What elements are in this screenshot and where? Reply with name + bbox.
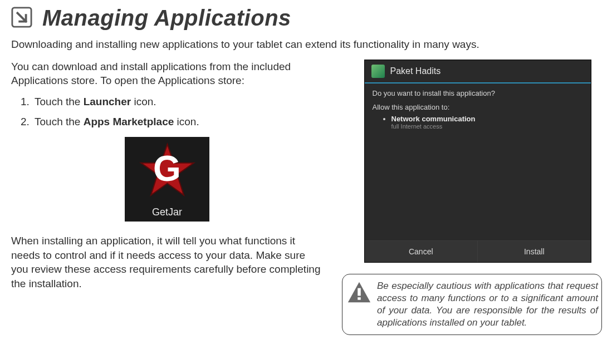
step-1: Touch the Launcher icon. (32, 96, 323, 108)
caution-callout: Be especially cautious with applications… (342, 274, 602, 335)
step-2-bold: Apps Marketplace (84, 116, 174, 127)
step-1-bold: Launcher (84, 96, 131, 107)
getjar-figure: G GetJar (11, 137, 323, 222)
permission-item: Network communication full Internet acce… (391, 115, 583, 130)
intro-paragraph: Downloading and installing new applicati… (11, 37, 596, 52)
caution-text: Be especially cautious with applications… (377, 280, 599, 329)
permission-subtitle: full Internet access (391, 123, 583, 130)
getjar-letter: G (153, 148, 181, 189)
permission-list: Network communication full Internet acce… (373, 115, 583, 130)
app-icon (371, 65, 385, 78)
step-1-prefix: Touch the (35, 96, 84, 107)
dialog-button-row: Cancel Install (365, 240, 591, 262)
page-title: Managing Applications (42, 6, 291, 31)
svg-rect-4 (358, 297, 361, 300)
two-column-layout: You can download and install application… (11, 60, 596, 335)
warning-icon (347, 280, 371, 307)
getjar-star-icon: G (138, 142, 197, 201)
access-requirements-paragraph: When installing an application, it will … (11, 234, 323, 291)
step-2: Touch the Apps Marketplace icon. (32, 116, 323, 128)
install-button[interactable]: Install (477, 241, 591, 262)
dialog-header: Paket Hadits (365, 60, 591, 83)
cancel-button[interactable]: Cancel (365, 241, 478, 262)
step-2-prefix: Touch the (35, 116, 84, 127)
down-right-arrow-icon (11, 7, 32, 30)
getjar-label: GetJar (152, 206, 182, 218)
dialog-body: Do you want to install this application?… (365, 83, 591, 240)
dialog-allow-label: Allow this application to: (373, 103, 583, 111)
step-1-suffix: icon. (131, 96, 156, 107)
install-dialog: Paket Hadits Do you want to install this… (364, 60, 591, 263)
svg-rect-3 (358, 288, 361, 296)
permission-title: Network communication (391, 115, 583, 123)
getjar-icon: G GetJar (125, 137, 209, 222)
page-heading: Managing Applications (11, 6, 596, 31)
right-column: Paket Hadits Do you want to install this… (342, 60, 602, 335)
open-store-paragraph: You can download and install application… (11, 60, 323, 88)
left-column: You can download and install application… (11, 60, 323, 335)
dialog-question: Do you want to install this application? (373, 89, 583, 97)
dialog-app-title: Paket Hadits (390, 66, 441, 76)
step-2-suffix: icon. (174, 116, 199, 127)
step-list: Touch the Launcher icon. Touch the Apps … (11, 96, 323, 128)
